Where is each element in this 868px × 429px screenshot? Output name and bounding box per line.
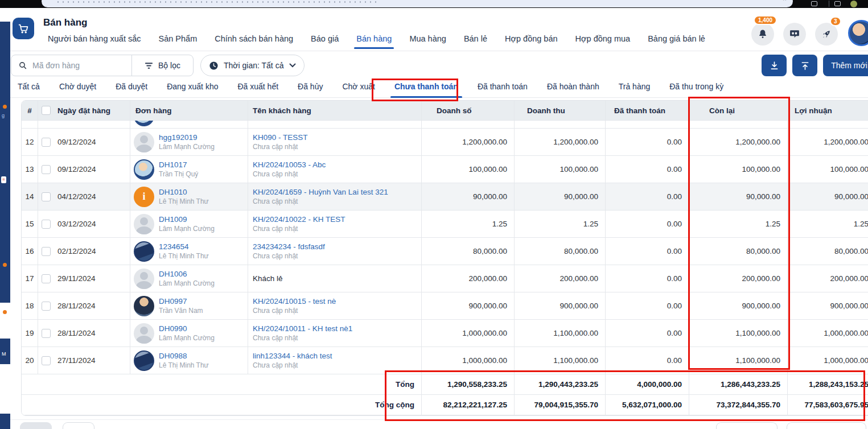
customer-link[interactable]: linh123344 - khách test: [253, 352, 332, 360]
order-cell: DH0990 Lâm Mạnh Cường: [130, 320, 248, 346]
nav-tab[interactable]: Sản Phẩm: [159, 34, 198, 49]
row-index: 20: [22, 347, 38, 374]
table-row[interactable]: 20 27/11/2024 DH0988 Lê Thị Minh Thư lin…: [22, 347, 868, 374]
status-tab[interactable]: Chờ duyệt: [50, 80, 106, 97]
order-date: 03/12/2024: [57, 220, 96, 228]
customer-link[interactable]: KH/2024/10015 - test nè: [253, 297, 336, 306]
status-tab[interactable]: Đã xuất hết: [228, 80, 288, 97]
customer-link[interactable]: KH/2024/1659 - Huỳnh Van Lai test 321: [253, 188, 388, 196]
table-row[interactable]: 13 09/12/2024 DH1017 Trần Thị Quý KH/202…: [22, 156, 868, 183]
order-code-link[interactable]: 1234654: [159, 242, 209, 251]
status-tab[interactable]: Tất cả: [8, 80, 50, 97]
row-checkbox[interactable]: [42, 274, 51, 283]
nav-tab[interactable]: Mua hàng: [409, 34, 446, 49]
nav-tab[interactable]: Hợp đồng mua: [575, 34, 631, 49]
status-tab[interactable]: Chờ xuất: [332, 80, 384, 97]
table-row[interactable]: 18 28/11/2024 DH0997 Trần Văn Nam KH/202…: [22, 292, 868, 320]
nav-tab[interactable]: Bảng giá bán lẻ: [648, 34, 705, 49]
seller-name: Lâm Mạnh Cường: [159, 334, 215, 342]
customer-avatar: [134, 214, 154, 234]
status-tab[interactable]: Đã thanh toán: [468, 80, 537, 97]
filter-button[interactable]: Bộ lọc: [131, 55, 194, 76]
row-checkbox[interactable]: [42, 220, 51, 229]
browser-save-icon[interactable]: [834, 1, 841, 6]
profit-value: 100,000.00: [788, 156, 868, 183]
boost-button[interactable]: [815, 23, 838, 46]
add-new-button[interactable]: Thêm mới: [823, 55, 868, 76]
table-row[interactable]: 17 29/11/2024 DH1006 Lâm Mạnh Cường Khác…: [22, 265, 868, 292]
status-tab[interactable]: Trả hàng: [609, 80, 660, 97]
order-code-link[interactable]: DH1010: [159, 188, 209, 196]
remaining-value: 1,100,000.00: [689, 347, 788, 374]
col-paid: Đã thanh toán: [606, 101, 689, 120]
order-code-link[interactable]: DH1009: [159, 215, 215, 224]
row-checkbox[interactable]: [42, 329, 51, 338]
pagination-control[interactable]: [716, 422, 778, 429]
table-row[interactable]: 15 03/12/2024 DH1009 Lâm Mạnh Cường KH/2…: [22, 211, 868, 238]
time-filter-dropdown[interactable]: Thời gian: Tất cả: [200, 55, 305, 76]
upload-button[interactable]: [792, 55, 817, 76]
row-index: 19: [22, 320, 38, 346]
totals-label: Tổng cộng: [22, 395, 422, 415]
nav-tab[interactable]: Bán hàng: [356, 34, 392, 49]
table-row[interactable]: 14 04/12/2024 DH1010 Lê Thị Minh Thư KH/…: [22, 183, 868, 211]
order-date-cell: 03/12/2024: [38, 211, 130, 237]
customer-link[interactable]: KH/2024/10011 - KH test nè1: [253, 324, 352, 333]
browser-profile-avatar[interactable]: [850, 1, 857, 7]
select-all-checkbox[interactable]: [42, 106, 51, 115]
messages-button[interactable]: [783, 23, 806, 46]
status-tab[interactable]: Chưa thanh toán: [385, 80, 468, 97]
nav-tab[interactable]: Báo giá: [311, 34, 339, 49]
customer-link[interactable]: Khách lẻ: [253, 274, 283, 283]
row-checkbox[interactable]: [42, 247, 51, 256]
row-checkbox[interactable]: [42, 165, 51, 174]
status-tab[interactable]: Đã hoàn thành: [537, 80, 609, 97]
order-code-link[interactable]: DH1017: [159, 160, 198, 169]
nav-tab[interactable]: Chính sách bán hàng: [215, 34, 293, 49]
customer-cell: KH/2024/10022 - KH TEST Chưa cập nhật: [248, 211, 422, 237]
remaining-value: 100,000.00: [689, 156, 788, 183]
row-checkbox[interactable]: [42, 138, 51, 147]
row-checkbox[interactable]: [42, 192, 51, 201]
order-code-link[interactable]: DH1006: [159, 270, 215, 278]
nav-tab[interactable]: Người bán hàng xuất sắc: [48, 34, 141, 49]
sales-module-button[interactable]: [13, 18, 34, 39]
customer-link[interactable]: KH090 - TESST: [253, 133, 308, 142]
nav-tab[interactable]: Hợp đồng bán: [505, 34, 558, 49]
row-checkbox[interactable]: [42, 302, 51, 311]
row-checkbox[interactable]: [42, 356, 51, 365]
status-tab[interactable]: Đã duyệt: [106, 80, 157, 97]
order-cell: DH1006 Lâm Mạnh Cường: [130, 265, 248, 292]
status-tab[interactable]: Đã hủy: [288, 80, 332, 97]
order-date-cell: 04/12/2024: [38, 183, 130, 210]
revenue-value: 1.25: [515, 211, 606, 237]
pagination-button[interactable]: [20, 422, 52, 429]
order-code-link[interactable]: DH0997: [159, 297, 203, 306]
search-input[interactable]: [32, 61, 118, 70]
order-code-link[interactable]: DH0990: [159, 324, 215, 333]
notifications-button[interactable]: [751, 23, 774, 46]
browser-extension-icon[interactable]: [811, 1, 817, 6]
table-row[interactable]: 19 28/11/2024 DH0990 Lâm Mạnh Cường KH/2…: [22, 320, 868, 347]
customer-avatar: [134, 187, 154, 207]
customer-link[interactable]: KH/2024/10053 - Abc: [253, 160, 326, 169]
order-date: 09/12/2024: [57, 165, 96, 174]
revenue-total: 79,004,915,355.70: [515, 395, 606, 415]
customer-link[interactable]: KH/2024/10022 - KH TEST: [253, 215, 345, 224]
nav-tab[interactable]: Bán lẻ: [464, 34, 487, 49]
profit-value: 1,200,000.00: [788, 129, 868, 155]
pagination-button[interactable]: [63, 422, 94, 429]
status-tab[interactable]: Đang xuất kho: [157, 80, 228, 97]
order-code-link[interactable]: DH0988: [159, 352, 209, 360]
page-size-control[interactable]: [787, 422, 866, 429]
table-row[interactable]: 12 09/12/2024 hgg192019 Lâm Mạnh Cường K…: [22, 129, 868, 156]
download-button[interactable]: [762, 55, 787, 76]
user-avatar[interactable]: [848, 20, 868, 46]
status-tab[interactable]: Đã thu trong kỳ: [660, 80, 733, 97]
browser-address-bar[interactable]: ☆: [42, 0, 793, 7]
order-code-link[interactable]: hgg192019: [159, 133, 215, 142]
bookmark-star-icon[interactable]: ☆: [782, 0, 787, 2]
customer-link[interactable]: 234234234 - fdsfasdf: [253, 242, 325, 251]
table-row[interactable]: 16 02/12/2024 1234654 Lê Thị Minh Thư 23…: [22, 238, 868, 265]
customer-avatar: [134, 159, 154, 180]
